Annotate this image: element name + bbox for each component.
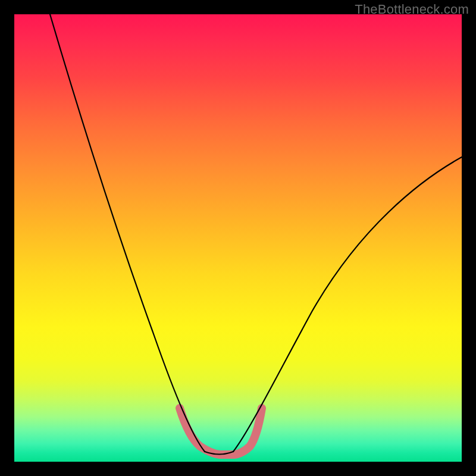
- curves-svg: [14, 14, 462, 462]
- chart-frame: TheBottleneck.com: [0, 0, 476, 476]
- plot-area: [14, 14, 462, 462]
- left-curve: [50, 14, 205, 452]
- right-curve: [233, 157, 462, 452]
- watermark-text: TheBottleneck.com: [355, 2, 469, 17]
